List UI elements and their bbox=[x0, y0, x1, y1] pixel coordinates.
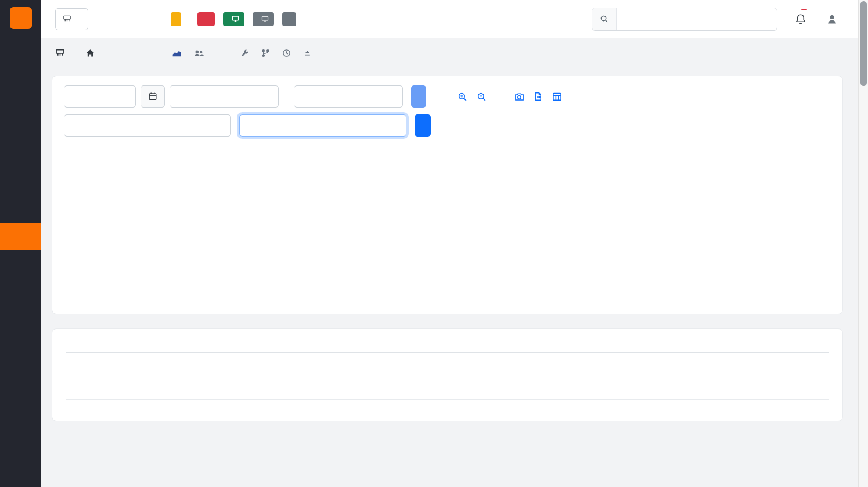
camera-icon bbox=[514, 92, 524, 102]
metric-cell bbox=[66, 368, 329, 384]
engaged-alerts-badge[interactable] bbox=[282, 12, 296, 26]
table-view-button[interactable] bbox=[552, 92, 562, 102]
breadcrumb bbox=[41, 38, 868, 67]
column-header bbox=[661, 334, 759, 353]
hosts-tab-button[interactable] bbox=[194, 48, 204, 58]
user-icon bbox=[826, 13, 838, 25]
chart-tab-button[interactable] bbox=[172, 48, 182, 58]
stat-cell bbox=[563, 353, 662, 368]
area-chart-icon bbox=[172, 48, 182, 58]
time-from-input[interactable] bbox=[170, 85, 279, 108]
stat-cell bbox=[661, 368, 759, 384]
sidebar-item-settings[interactable] bbox=[0, 250, 41, 277]
flows-icon bbox=[1, 123, 40, 133]
sidebar-item-developer[interactable] bbox=[0, 277, 41, 303]
legend-item[interactable] bbox=[779, 147, 789, 153]
sidebar-item-interface[interactable] bbox=[0, 223, 41, 250]
alerts-icon bbox=[1, 96, 40, 106]
legend-item[interactable] bbox=[799, 147, 809, 153]
table-row[interactable] bbox=[66, 384, 829, 400]
legend-item[interactable] bbox=[759, 147, 769, 153]
sidebar-item-hosts[interactable] bbox=[0, 143, 41, 170]
stat-cell bbox=[759, 400, 829, 416]
interface-icon bbox=[1, 230, 40, 240]
stat-cell bbox=[563, 368, 662, 384]
wrench-icon bbox=[240, 49, 249, 58]
export-button[interactable] bbox=[534, 92, 543, 101]
stats-card bbox=[52, 328, 843, 421]
developer-icon bbox=[1, 283, 40, 293]
calendar-button[interactable] bbox=[141, 85, 165, 108]
user-menu[interactable] bbox=[826, 13, 841, 25]
hosts-icon bbox=[1, 149, 40, 160]
metric-cell bbox=[66, 353, 329, 368]
sidebar-item-maps[interactable] bbox=[0, 196, 41, 223]
active-flows-badge[interactable] bbox=[223, 12, 244, 26]
flow-export-icon bbox=[1, 176, 40, 187]
ntop-logo[interactable] bbox=[0, 0, 41, 36]
sidebar-item-dashboard[interactable] bbox=[0, 63, 41, 89]
metrics-select[interactable] bbox=[64, 114, 231, 137]
interface-selector[interactable] bbox=[55, 8, 88, 30]
timeseries-chart[interactable] bbox=[118, 162, 831, 292]
zoom-in-button[interactable] bbox=[458, 92, 467, 102]
metric-cell bbox=[66, 384, 329, 400]
chart-zone bbox=[64, 162, 831, 306]
branch-tab-button[interactable] bbox=[261, 49, 270, 58]
calendar-icon bbox=[148, 92, 157, 101]
sidebar-item-alerts[interactable] bbox=[0, 89, 41, 116]
sidebar bbox=[0, 0, 41, 487]
notifications-menu[interactable] bbox=[795, 13, 810, 25]
clock-icon bbox=[282, 49, 291, 58]
code-branch-icon bbox=[261, 49, 270, 58]
scrollbar-thumb[interactable] bbox=[860, 1, 867, 86]
table-row[interactable] bbox=[66, 400, 829, 416]
stat-cell bbox=[425, 353, 562, 368]
eject-tab-button[interactable] bbox=[303, 49, 312, 58]
stat-cell bbox=[661, 400, 759, 416]
notification-count-badge bbox=[801, 9, 807, 10]
sidebar-item-flows[interactable] bbox=[0, 116, 41, 143]
column-header bbox=[425, 334, 562, 353]
zoom-out-button[interactable] bbox=[477, 92, 487, 102]
settings-icon bbox=[1, 256, 40, 267]
monitor-icon bbox=[261, 15, 269, 23]
ethernet-icon bbox=[63, 15, 71, 23]
column-header bbox=[759, 334, 829, 353]
main-area bbox=[41, 0, 868, 487]
stat-cell bbox=[563, 384, 662, 400]
sidebar-item-help[interactable] bbox=[0, 303, 41, 330]
column-header bbox=[66, 334, 329, 353]
sidebar-item-flow-exporters[interactable] bbox=[0, 170, 41, 196]
stat-cell bbox=[329, 368, 426, 384]
help-icon bbox=[1, 310, 40, 320]
manage-timeseries-button[interactable] bbox=[415, 114, 431, 137]
stat-cell bbox=[759, 384, 829, 400]
sidebar-item-shortcuts[interactable] bbox=[0, 36, 41, 63]
hosts-badge[interactable] bbox=[253, 12, 274, 26]
apply-button[interactable] bbox=[411, 85, 426, 108]
home-button[interactable] bbox=[85, 48, 95, 58]
chart-toolbar bbox=[439, 92, 562, 102]
license-expiry-badge[interactable] bbox=[171, 12, 181, 26]
table-row[interactable] bbox=[66, 353, 829, 368]
tools-tab-button[interactable] bbox=[240, 49, 249, 58]
monitor-icon bbox=[232, 15, 239, 23]
alerts-badge[interactable] bbox=[197, 12, 215, 26]
chart-type-select[interactable] bbox=[239, 114, 406, 137]
table-row[interactable] bbox=[66, 368, 829, 384]
stat-cell bbox=[661, 353, 759, 368]
time-preset-select[interactable] bbox=[64, 85, 136, 108]
snapshot-button[interactable] bbox=[514, 92, 524, 102]
legend-dot bbox=[799, 147, 806, 153]
table-icon bbox=[552, 92, 562, 102]
history-tab-button[interactable] bbox=[282, 49, 291, 58]
legend-item[interactable] bbox=[820, 147, 830, 153]
time-to-input[interactable] bbox=[294, 85, 403, 108]
scrollbar[interactable] bbox=[858, 0, 868, 487]
search-icon bbox=[592, 8, 617, 30]
dashboard-icon bbox=[1, 69, 40, 80]
search-input[interactable] bbox=[617, 15, 777, 24]
column-header bbox=[563, 334, 662, 353]
bell-icon bbox=[795, 13, 806, 25]
